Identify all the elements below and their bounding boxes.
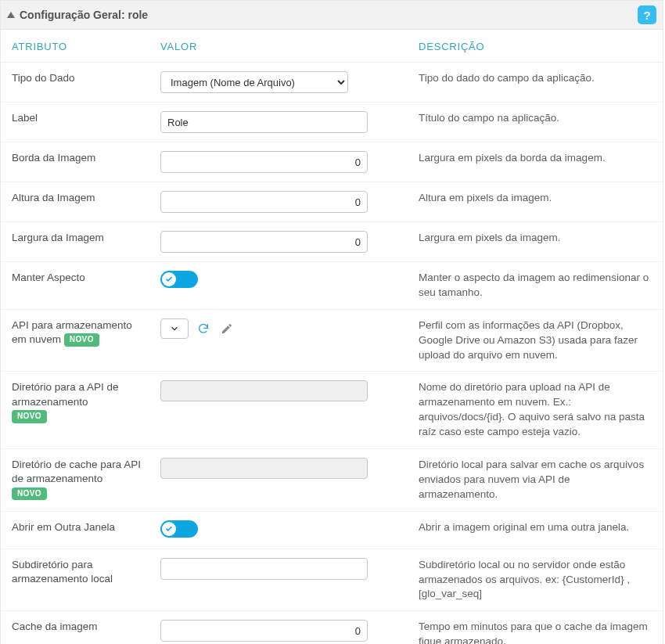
col-desc: DESCRIÇÃO [408, 30, 663, 63]
table-row: Label Título do campo na aplicação. [1, 103, 663, 142]
table-row: Diretório para a API de armazenamento NO… [1, 372, 663, 449]
tipo-dado-select[interactable]: Imagem (Nome de Arquivo) [160, 71, 348, 93]
attr-label: Subdiretório para armazenamento local [1, 549, 149, 611]
subdir-input[interactable] [160, 558, 368, 580]
attr-label: Borda da Imagem [1, 142, 149, 182]
reload-button[interactable] [195, 320, 212, 337]
attr-label: Altura da Imagem [1, 182, 149, 222]
table-row: Manter Aspecto Manter o aspecto da image… [1, 262, 663, 310]
table-row: Subdiretório para armazenamento local Su… [1, 549, 663, 611]
novo-badge: NOVO [12, 487, 47, 501]
panel-title: Configuração Geral: role [20, 9, 638, 21]
desc-text: Subdiretório local ou no servidor onde e… [408, 549, 663, 611]
attr-label: Abrir em Outra Janela [1, 511, 149, 549]
edit-button[interactable] [218, 320, 235, 337]
table-row: Abrir em Outra Janela Abrir a imagem ori… [1, 511, 663, 549]
config-table: ATRIBUTO VALOR DESCRIÇÃO Tipo do Dado Im… [1, 30, 663, 644]
largura-input[interactable] [160, 231, 368, 253]
manter-aspecto-toggle[interactable] [160, 271, 198, 288]
desc-text: Nome do diretório para upload na API de … [408, 372, 663, 449]
table-row: Largura da Imagem Largura em pixels da i… [1, 222, 663, 262]
help-button[interactable]: ? [638, 5, 656, 24]
chevron-down-icon [171, 325, 178, 333]
desc-text: Altura em pixels da imagem. [408, 182, 663, 222]
altura-input[interactable] [160, 191, 368, 213]
attr-label: Manter Aspecto [1, 262, 149, 310]
attr-label: Diretório para a API de armazenamento NO… [1, 372, 149, 449]
check-icon [165, 525, 173, 533]
collapse-icon[interactable] [7, 12, 15, 18]
table-row: Altura da Imagem Altura em pixels da ima… [1, 182, 663, 222]
novo-badge: NOVO [12, 410, 47, 423]
desc-text: Largura em pixels da imagem. [408, 222, 663, 262]
desc-text: Perfil com as informações da API (Dropbo… [408, 309, 663, 372]
label-input[interactable] [160, 111, 368, 133]
attr-label: Label [1, 103, 149, 142]
desc-text: Abrir a imagem original em uma outra jan… [408, 511, 663, 549]
desc-text: Título do campo na aplicação. [408, 103, 663, 142]
desc-text: Tempo em minutos para que o cache da ima… [408, 611, 663, 644]
cache-input[interactable] [160, 620, 368, 642]
api-select[interactable] [160, 318, 189, 339]
desc-text: Diretório local para salvar em cache os … [408, 449, 663, 512]
config-panel: Configuração Geral: role ? ATRIBUTO VALO… [0, 0, 663, 644]
panel-header: Configuração Geral: role ? [1, 1, 663, 30]
col-attr: ATRIBUTO [1, 30, 149, 63]
attr-label: Tipo do Dado [1, 63, 149, 103]
refresh-icon [197, 322, 210, 335]
desc-text: Largura em pixels da borda da imagem. [408, 142, 663, 182]
borda-input[interactable] [160, 151, 368, 173]
check-icon [165, 275, 173, 283]
table-row: Borda da Imagem Largura em pixels da bor… [1, 142, 663, 182]
attr-label: API para armazenamento em nuvem NOVO [1, 309, 149, 372]
desc-text: Manter o aspecto da imagem ao redimensio… [408, 262, 663, 310]
table-row: API para armazenamento em nuvem NOVO [1, 309, 663, 372]
attr-label: Cache da imagem [1, 611, 149, 644]
pencil-icon [221, 322, 233, 335]
dir-api-input [160, 380, 368, 401]
col-val: VALOR [149, 30, 408, 63]
novo-badge: NOVO [64, 333, 99, 347]
attr-label: Diretório de cache para API de armazenam… [1, 449, 149, 512]
table-row: Diretório de cache para API de armazenam… [1, 449, 663, 512]
table-row: Tipo do Dado Imagem (Nome de Arquivo) Ti… [1, 63, 663, 103]
attr-label: Largura da Imagem [1, 222, 149, 262]
abrir-janela-toggle[interactable] [160, 520, 198, 538]
table-row: Cache da imagem Tempo em minutos para qu… [1, 611, 663, 644]
dir-cache-input [160, 458, 368, 479]
desc-text: Tipo do dado do campo da aplicação. [408, 63, 663, 103]
